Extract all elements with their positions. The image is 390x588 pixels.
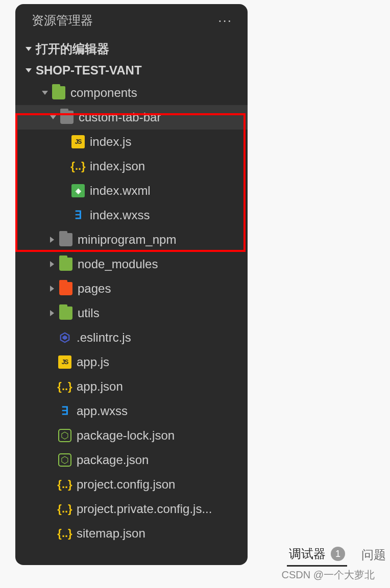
json-file-icon: {..} [71,160,85,173]
json-file-icon: {..} [58,502,71,516]
chevron-down-icon [42,91,48,95]
tree-label: project.config.json [77,477,175,492]
chevron-down-icon [50,115,56,119]
tree-file-index-js[interactable]: JS index.js [15,130,248,154]
tree-folder-miniprogram-npm[interactable]: miniprogram_npm [15,227,248,252]
wxss-file-icon: ∃ [71,209,85,222]
wxss-file-icon: ∃ [58,404,71,418]
json-file-icon: {..} [58,380,71,393]
tree-folder-components[interactable]: components [15,81,248,105]
tree-label: pages [78,282,111,296]
tree-label: custom-tab-bar [79,110,161,124]
tab-problems[interactable]: 问题 [359,544,388,566]
chevron-right-icon [50,237,54,243]
tree-file-index-json[interactable]: {..} index.json [15,154,248,178]
tree-label: package.json [77,453,149,467]
more-icon[interactable]: ··· [218,14,232,27]
tree-label: index.json [90,159,145,173]
tree-file-index-wxss[interactable]: ∃ index.wxss [15,203,248,227]
badge-count: 1 [331,547,345,561]
tree-folder-custom-tab-bar[interactable]: custom-tab-bar [15,105,248,130]
tree-label: node_modules [78,257,158,271]
tree-file-sitemap[interactable]: {..} sitemap.json [15,521,248,546]
folder-grey-icon [60,111,74,124]
json-file-icon: {..} [58,527,71,540]
tab-label: 调试器 [289,546,326,562]
tree-label: index.wxss [90,208,150,222]
folder-grey-icon [59,233,72,246]
panel-header: 资源管理器 ··· [15,4,248,38]
tree-file-project-private[interactable]: {..} project.private.config.js... [15,497,248,521]
tree-label: components [70,86,137,100]
caret-down-icon [26,47,32,51]
npm-file-icon: ⬡ [58,453,71,467]
tree-label: app.wxss [77,404,128,418]
caret-down-icon [26,68,32,72]
open-editors-section[interactable]: 打开的编辑器 [15,38,248,60]
tree-label: utils [78,306,100,320]
tree-file-app-wxss[interactable]: ∃ app.wxss [15,399,248,423]
npm-file-icon: ⬡ [58,429,71,442]
bottom-tabs: 调试器 1 问题 [287,543,388,567]
tree-file-app-js[interactable]: JS app.js [15,350,248,374]
svg-marker-1 [62,335,67,340]
tree-folder-pages[interactable]: pages [15,276,248,301]
tree-label: app.json [77,379,123,394]
chevron-right-icon [50,286,54,292]
tree-label: miniprogram_npm [78,233,176,247]
tree-label: index.js [90,135,131,149]
tab-debugger[interactable]: 调试器 1 [287,543,347,567]
tree-label: index.wxml [90,184,151,198]
js-file-icon: JS [58,355,71,369]
tree-folder-node-modules[interactable]: node_modules [15,252,248,276]
json-file-icon: {..} [58,478,71,491]
project-section[interactable]: SHOP-TEST-VANT [15,60,248,81]
tree-file-index-wxml[interactable]: ◈ index.wxml [15,178,248,203]
panel-title: 资源管理器 [32,12,93,29]
tree-label: package-lock.json [77,428,175,443]
tree-label: .eslintrc.js [77,330,131,345]
explorer-panel: 资源管理器 ··· 打开的编辑器 SHOP-TEST-VANT componen… [15,4,248,565]
tree-label: app.js [77,355,109,369]
tree-file-eslintrc[interactable]: .eslintrc.js [15,325,248,350]
tree-file-project-config[interactable]: {..} project.config.json [15,472,248,497]
chevron-right-icon [50,310,54,316]
wxml-file-icon: ◈ [71,184,85,197]
tree-label: sitemap.json [77,526,145,541]
open-editors-label: 打开的编辑器 [36,41,109,57]
folder-green-icon [59,306,72,320]
project-label: SHOP-TEST-VANT [36,63,142,78]
folder-green-icon [52,86,65,99]
watermark-text: CSDN @一个大萝北 [281,568,375,582]
folder-green-icon [59,258,72,271]
file-tree: components custom-tab-bar JS index.js {.… [15,81,248,546]
tree-file-package-json[interactable]: ⬡ package.json [15,448,248,472]
chevron-right-icon [50,261,54,267]
tree-file-app-json[interactable]: {..} app.json [15,374,248,399]
folder-orange-icon [59,282,72,295]
tree-file-package-lock[interactable]: ⬡ package-lock.json [15,423,248,448]
tab-label: 问题 [361,547,386,563]
tree-folder-utils[interactable]: utils [15,301,248,325]
js-file-icon: JS [71,135,85,148]
tree-label: project.private.config.js... [77,502,212,516]
eslint-file-icon [58,331,71,344]
